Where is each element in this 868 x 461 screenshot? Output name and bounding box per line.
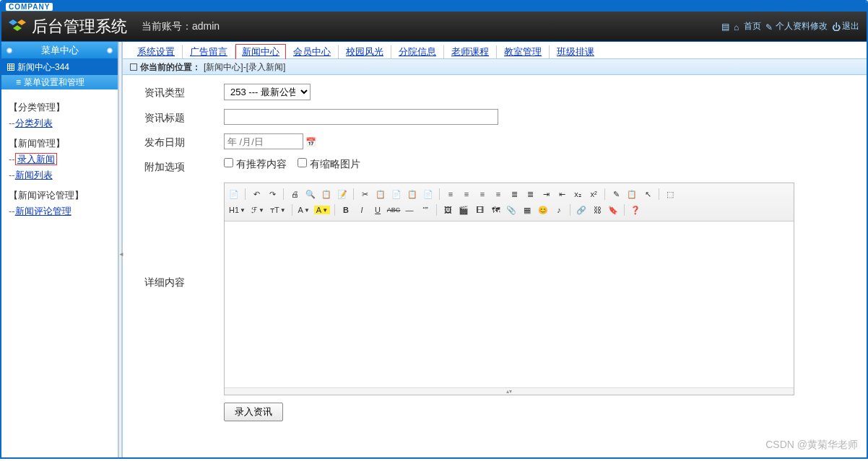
breadcrumb-prefix: 你当前的位置：: [140, 59, 201, 75]
toolbar-button[interactable]: “”: [419, 203, 432, 216]
sidebar-link[interactable]: 录入新闻: [15, 153, 57, 165]
toolbar-dropdown[interactable]: A▼: [314, 206, 330, 214]
toolbar-separator: [283, 188, 284, 200]
opt-recommend-checkbox[interactable]: [224, 158, 233, 167]
toolbar-button[interactable]: ♪: [552, 203, 565, 216]
svg-marker-1: [17, 19, 26, 25]
toolbar-button[interactable]: 🔖: [607, 203, 620, 216]
toolbar-button[interactable]: x₂: [571, 188, 584, 201]
toolbar-button[interactable]: 📎: [505, 203, 518, 216]
sidebar-link[interactable]: 新闻列表: [15, 170, 53, 180]
type-select[interactable]: 253 --- 最新公告: [224, 84, 311, 100]
toolbar-button[interactable]: 📝: [336, 188, 349, 201]
toolbar-separator: [659, 188, 659, 200]
toolbar-button[interactable]: ↖: [641, 188, 654, 201]
company-badge: COMPANY: [6, 3, 53, 11]
opt-thumb-label[interactable]: 有缩略图片: [298, 158, 360, 170]
toolbar-button[interactable]: U: [371, 203, 384, 216]
list-icon: ≡: [16, 77, 21, 87]
tab-分院信息[interactable]: 分院信息: [391, 45, 444, 58]
toolbar-button[interactable]: ❓: [629, 203, 642, 216]
calendar-icon[interactable]: 📅: [305, 137, 316, 147]
toolbar-button[interactable]: 📋: [625, 188, 638, 201]
vertical-splitter[interactable]: [118, 42, 122, 459]
toolbar-button[interactable]: 🔗: [575, 203, 588, 216]
toolbar-button[interactable]: ≣: [508, 188, 521, 201]
opt-thumb-checkbox[interactable]: [298, 158, 307, 167]
toolbar-button[interactable]: ↶: [250, 188, 263, 201]
toolbar-button[interactable]: 📋: [374, 188, 387, 201]
sidebar-group-label: 【新闻管理】: [9, 136, 110, 152]
sidebar: 菜单中心 新闻中心-344 ≡菜单设置和管理 【分类管理】--分类列表【新闻管理…: [1, 42, 118, 459]
tab-会员中心[interactable]: 会员中心: [286, 45, 339, 58]
toolbar-button[interactable]: ≡: [492, 188, 505, 201]
toolbar-dropdown[interactable]: ᴛT▼: [269, 205, 287, 216]
toolbar-button[interactable]: B: [339, 203, 352, 216]
sidebar-item: --录入新闻: [9, 152, 110, 167]
date-input[interactable]: [224, 133, 303, 149]
toolbar-button[interactable]: 📄: [422, 188, 435, 201]
toolbar-separator: [570, 204, 570, 216]
opt-recommend-label[interactable]: 有推荐内容: [224, 158, 287, 170]
tab-班级排课[interactable]: 班级排课: [550, 45, 602, 58]
toolbar-button[interactable]: I: [355, 203, 368, 216]
toolbar-button[interactable]: ABC: [387, 203, 400, 216]
toolbar-dropdown[interactable]: ℱ▼: [250, 205, 266, 216]
sidebar-link[interactable]: 新闻评论管理: [15, 206, 71, 216]
tab-系统设置[interactable]: 系统设置: [130, 45, 183, 58]
toolbar-button[interactable]: 📄: [227, 188, 240, 201]
toolbar-button[interactable]: ✂: [358, 188, 371, 201]
toolbar-button[interactable]: ✎: [609, 188, 622, 201]
toolbar-dropdown[interactable]: A▼: [297, 205, 311, 215]
tab-广告留言[interactable]: 广告留言: [183, 45, 235, 58]
toolbar-button[interactable]: 🖨: [288, 188, 301, 201]
toolbar-button[interactable]: 🎞: [473, 203, 486, 216]
toolbar-button[interactable]: ≡: [444, 188, 457, 201]
toolbar-button[interactable]: 🖼: [441, 203, 454, 216]
home-link[interactable]: ⌂首页: [734, 20, 761, 32]
toolbar-button[interactable]: ≡: [460, 188, 473, 201]
toolbar-button[interactable]: 📋: [406, 188, 419, 201]
editor-resize-handle[interactable]: ▴▾: [225, 387, 794, 395]
editor-body[interactable]: [225, 221, 794, 387]
tab-教室管理[interactable]: 教室管理: [497, 45, 550, 58]
toolbar-button[interactable]: 📄: [390, 188, 403, 201]
toolbar-dropdown[interactable]: H1▼: [227, 205, 247, 215]
title-input[interactable]: [224, 109, 498, 125]
toolbar-button[interactable]: ▦: [521, 203, 534, 216]
toolbar-button[interactable]: 😊: [537, 203, 550, 216]
sidebar-item: --新闻列表: [9, 167, 110, 183]
tab-校园风光[interactable]: 校园风光: [339, 45, 391, 58]
toolbar-button[interactable]: ⇥: [539, 188, 552, 201]
toolbar-button[interactable]: ↷: [266, 188, 279, 201]
dash: --: [9, 118, 15, 128]
toolbar-button[interactable]: ≣: [524, 188, 537, 201]
toolbar-button[interactable]: ≡: [476, 188, 489, 201]
breadcrumb: 你当前的位置： [新闻中心]-[录入新闻]: [123, 59, 867, 75]
profile-link[interactable]: ✎个人资料修改: [765, 20, 828, 32]
logout-link[interactable]: ⏻退出: [832, 20, 859, 32]
label-content: 详细内容: [144, 183, 224, 289]
toolbar-button[interactable]: 🗺: [489, 203, 502, 216]
window-titlebar: COMPANY: [1, 1, 867, 12]
sidebar-group-label: 【新闻评论管理】: [9, 188, 110, 203]
toolbar-button[interactable]: ⛓: [591, 203, 604, 216]
toolbar-separator: [439, 188, 440, 200]
toolbar-button[interactable]: ⬚: [664, 188, 677, 201]
tab-新闻中心[interactable]: 新闻中心: [235, 44, 286, 60]
toolbar-button[interactable]: —: [403, 203, 416, 216]
toolbar-button[interactable]: 🎬: [457, 203, 470, 216]
label-type: 资讯类型: [144, 84, 224, 100]
toolbar-button[interactable]: ⇤: [555, 188, 568, 201]
toolbar-separator: [604, 188, 605, 200]
header: 后台管理系统 当前账号：admin ▤ ⌂首页 ✎个人资料修改 ⏻退出: [1, 12, 867, 42]
submit-button[interactable]: 录入资讯: [224, 403, 283, 421]
tab-老师课程[interactable]: 老师课程: [444, 45, 497, 58]
sidebar-link[interactable]: 分类列表: [15, 118, 53, 128]
toolbar-button[interactable]: x²: [587, 188, 600, 201]
toolbar-button[interactable]: 🔍: [304, 188, 317, 201]
toolbar-button[interactable]: 📋: [320, 188, 333, 201]
sidebar-item: --分类列表: [9, 115, 110, 131]
grid-view-icon[interactable]: ▤: [721, 22, 729, 32]
dash: --: [9, 154, 15, 164]
